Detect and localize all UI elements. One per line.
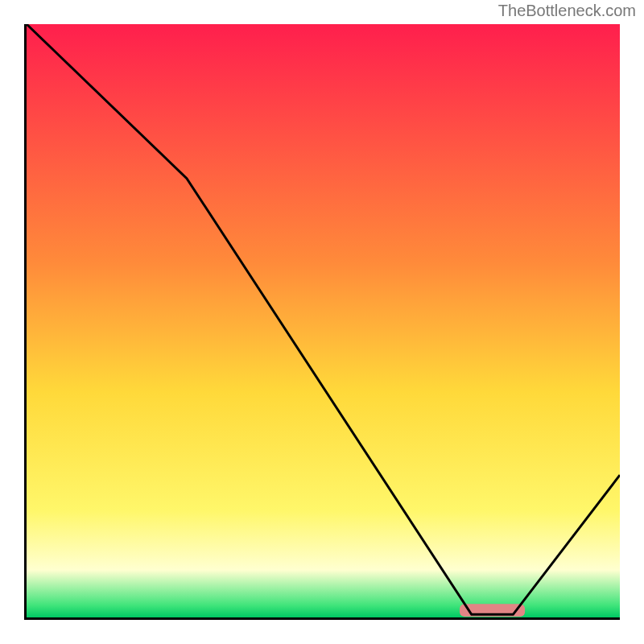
watermark-text: TheBottleneck.com	[498, 2, 636, 20]
bottleneck-curve	[27, 24, 620, 617]
plot-area	[24, 24, 620, 620]
chart-container: TheBottleneck.com	[0, 0, 644, 644]
